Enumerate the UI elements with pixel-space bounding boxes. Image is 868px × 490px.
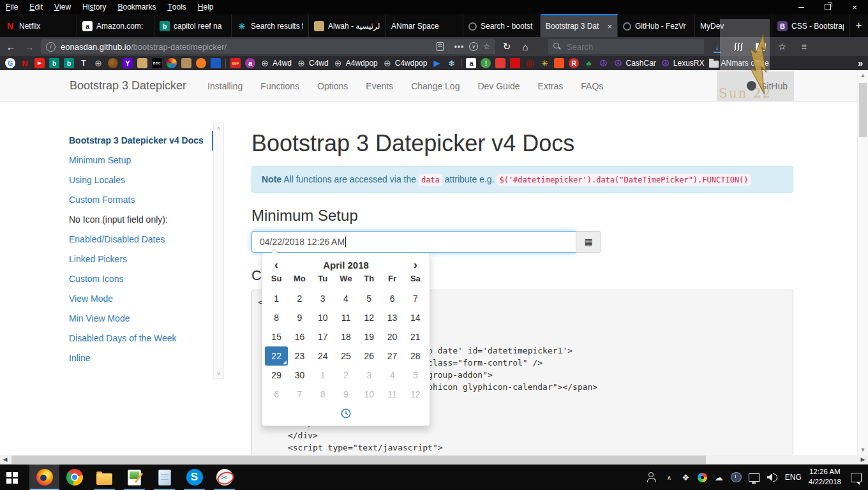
page-bookmark-icon[interactable]: ☆ [774,41,791,52]
calendar-day[interactable]: 5 [404,366,427,385]
prev-month-icon[interactable]: ‹ [265,258,288,272]
bookmark-snowflake[interactable]: ❄ [446,58,456,68]
taskbar-app-firefox[interactable] [29,464,59,490]
sidebar-item-minimum-setup[interactable]: Minimum Setup [60,151,212,170]
calendar-day[interactable]: 7 [404,289,427,308]
sidebar-item-inline[interactable]: Inline [60,348,212,368]
scroll-right-icon[interactable]: ▶ [858,456,868,464]
browser-tab-search-results-f[interactable]: ✳Search results f [232,14,309,37]
bookmark-swirl[interactable] [108,58,118,68]
taskbar-app-photo-editor[interactable] [119,464,149,490]
bookmark-target[interactable]: ◎ [525,58,535,68]
sidebar-toggle-icon[interactable] [752,43,769,51]
site-brand[interactable]: Bootstrap 3 Datepicker [70,79,186,93]
month-title[interactable]: April 2018 [288,260,404,271]
reader-mode-icon[interactable] [437,42,444,51]
sidebar-item-custom-icons[interactable]: Custom Icons [60,269,212,289]
calendar-day[interactable]: 4 [334,289,357,308]
browser-tab-capitol-reef-na[interactable]: bcapitol reef na [154,14,232,37]
bookmark-nbc[interactable] [167,58,177,68]
menu-history[interactable]: History [77,0,112,14]
bookmark-bing[interactable]: b [49,58,59,68]
site-nav-functions[interactable]: Functions [260,81,299,91]
search-input[interactable] [565,41,699,52]
calendar-day[interactable]: 6 [265,385,288,404]
browser-tab-anmar-space[interactable]: ANmar Space [386,14,463,37]
vertical-scroll-thumb[interactable] [859,83,867,137]
chevron-up-icon[interactable]: ∧ [664,471,674,483]
site-nav-options[interactable]: Options [317,81,348,91]
sidebar-item-using-locales[interactable]: Using Locales [60,170,212,190]
browser-tab-search-bootst[interactable]: Search - bootst [463,14,541,37]
calendar-day[interactable]: 2 [288,289,311,308]
calendar-day[interactable]: 1 [265,289,288,308]
bookmark-yahoo[interactable]: Y [123,58,133,68]
calendar-day[interactable]: 10 [357,385,380,404]
bookmark-a4wd[interactable]: ⊕A4wd [260,58,292,68]
forward-icon[interactable]: → [22,41,36,52]
bookmark-cashcar[interactable]: ☮CashCar [613,58,655,68]
page-horizontal-scrollbar[interactable]: ◀ ▶ [0,455,868,464]
start-button[interactable] [0,464,29,490]
bookmark-palm[interactable]: ♣ [583,58,594,68]
menu-tools[interactable]: Tools [161,0,191,14]
volume-icon[interactable] [767,473,778,482]
menu-bookmarks[interactable]: Bookmarks [112,0,161,14]
calendar-day[interactable]: 18 [334,327,357,346]
calendar-day[interactable]: 15 [265,327,288,346]
sidebar-item-view-mode[interactable]: View Mode [60,289,212,309]
calendar-day[interactable]: 7 [288,385,311,404]
bookmark-netflix[interactable]: N [20,58,30,68]
color-wheel-icon[interactable] [698,473,707,482]
scroll-left-icon[interactable]: ◀ [0,456,10,464]
dropbox-icon[interactable]: ❖ [681,471,691,483]
calendar-day[interactable]: 26 [357,346,380,366]
bookmark-bbc[interactable]: BBC [152,58,162,68]
url-bar[interactable]: i eonasdan.github.io/bootstrap-datetimep… [41,39,495,54]
bookmarks-overflow-icon[interactable]: » [858,58,863,68]
calendar-day[interactable]: 5 [357,289,380,308]
calendar-day[interactable]: 25 [334,346,357,366]
sidebar-item-enabled-disabled-dates[interactable]: Enabled/Disabled Dates [60,230,212,249]
taskbar-app-snipping-tool[interactable]: ✂ [209,464,239,490]
calendar-day[interactable]: 3 [357,366,380,385]
site-nav-installing[interactable]: Installing [207,81,243,91]
bookmark-lego[interactable] [510,58,520,68]
bookmark-audible[interactable]: a [245,58,255,68]
scroll-up-icon[interactable]: ▲ [858,72,868,78]
calendar-day[interactable]: 19 [357,327,380,346]
scroll-down-icon[interactable]: ▼ [858,447,868,453]
calendar-day[interactable]: 17 [311,327,334,346]
bookmark-letter-r[interactable]: R [569,58,579,68]
bookmark-shopping-bag-red[interactable] [495,58,505,68]
library-icon[interactable] [730,43,747,51]
calendar-day[interactable]: 9 [334,385,357,404]
tab-close-icon[interactable]: × [607,22,612,31]
site-nav-extras[interactable]: Extras [538,81,564,91]
datetime-input[interactable]: 04/22/2018 12:26 AM [251,231,576,253]
site-nav-dev-guide[interactable]: Dev Guide [477,81,520,91]
browser-tab-css-bootstrap[interactable]: BCSS - Bootstrap [772,14,849,37]
bookmark-c4wdpop[interactable]: ⊕C4wdpop [382,58,428,68]
site-info-icon[interactable]: i [46,42,56,52]
taskbar-app-skype[interactable]: S [179,464,209,490]
network-icon[interactable] [749,473,760,482]
clock-app-icon[interactable] [731,472,742,482]
calendar-addon-button[interactable]: ▦ [576,231,601,253]
bookmark-wells-fargo[interactable]: WF [230,58,241,68]
calendar-day[interactable]: 24 [311,346,334,366]
language-indicator[interactable]: ENG [785,473,802,482]
horizontal-scroll-thumb[interactable] [11,456,706,464]
bookmark-shopping-bag-orange[interactable] [554,58,564,68]
bookmark-a4wdpop[interactable]: ⊕A4wdpop [333,58,378,68]
browser-tab-alwah[interactable]: Alwah - الرئيسية [309,14,386,37]
new-tab-button[interactable]: + [849,14,868,37]
bookmark-sun[interactable] [196,58,206,68]
people-icon[interactable] [647,471,657,483]
bookmark-play[interactable]: ▶ [431,58,442,68]
calendar-day[interactable]: 14 [404,308,427,327]
bookmark-bing[interactable]: b [64,58,74,68]
taskbar-clock[interactable]: 12:26 AM 4/22/2018 [809,467,841,487]
bookmark-amazon[interactable]: a [466,58,476,68]
bookmark-weather[interactable] [211,58,221,68]
